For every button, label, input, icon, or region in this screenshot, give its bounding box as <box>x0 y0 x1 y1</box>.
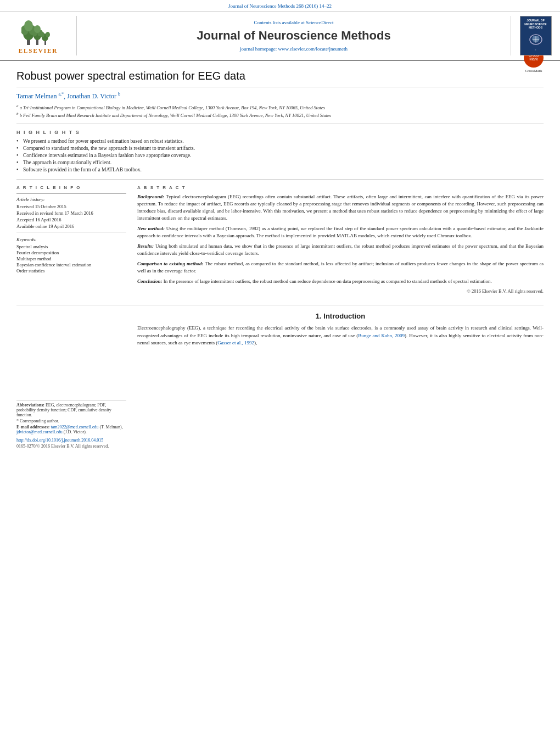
elsevier-logo-section: ELSEVIER <box>5 16 77 55</box>
author-jonathan: Jonathan D. Victor b <box>67 92 120 100</box>
email2-name: (J.D. Victor). <box>64 429 87 434</box>
intro-left-spacer: Abbreviations: EEG, electroencephalogram… <box>16 312 126 449</box>
abstract-new-method: New method: Using the multitaper method … <box>137 225 544 239</box>
email1-link[interactable]: tam2022@med.cornell.edu <box>51 425 99 429</box>
new-method-text: Using the multitaper method (Thomson, 19… <box>137 226 544 238</box>
svg-point-12 <box>40 32 44 37</box>
abstract-conclusion: Conclusion: In the presence of large int… <box>137 278 544 285</box>
journal-cover-image: JOURNAL OF NEUROSCIENCE METHODS ≡ <box>520 16 552 55</box>
intro-link-1[interactable]: Bunge and Kahn, 2009 <box>358 333 405 338</box>
footer-divider <box>16 400 126 400</box>
abstract-results: Results: Using both simulated and human … <box>137 243 544 257</box>
sciencedirect-link[interactable]: ScienceDirect <box>306 20 333 25</box>
affiliation-b: b b Feil Family Brain and Mind Research … <box>16 111 544 118</box>
accepted-date: Accepted 16 April 2016 <box>16 217 126 222</box>
new-method-label: New method: <box>137 226 165 231</box>
keywords-divider <box>16 232 126 232</box>
highlight-item-5: Software is provided in the form of a MA… <box>16 167 544 172</box>
email2-link[interactable]: jdvictor@med.cornell.edu <box>16 429 63 434</box>
conclusion-label: Conclusion: <box>137 278 163 284</box>
svg-point-4 <box>24 20 33 31</box>
main-content: Cross Mark CrossMark Robust power spectr… <box>0 61 560 458</box>
highlight-item-4: The approach is computationally efficien… <box>16 160 544 165</box>
abstract-header: A B S T R A C T <box>137 185 544 190</box>
conclusion-text: In the presence of large intermittent ou… <box>164 278 492 284</box>
cover-title: JOURNAL OF NEUROSCIENCE METHODS <box>524 19 546 30</box>
email1-name: (T. Melman), <box>99 425 122 429</box>
svg-text:Mark: Mark <box>529 57 538 61</box>
abstract-comparison: Comparison to existing method: The robus… <box>137 260 544 275</box>
journal-reference-bar: Journal of Neuroscience Methods 268 (201… <box>0 0 560 12</box>
email-label: E-mail addresses: <box>16 425 50 429</box>
cover-eq-symbol: ≡ <box>535 48 536 51</box>
intro-paragraph: Electroencephalography (EEG), a techniqu… <box>137 325 544 347</box>
email-note: E-mail addresses: tam2022@med.cornell.ed… <box>16 425 126 434</box>
keyword-4: Bayesian confidence interval estimation <box>16 262 126 267</box>
abstract-column: A B S T R A C T Background: Typical elec… <box>137 185 544 294</box>
license-text: 0165-0270/© 2016 Elsevier B.V. All right… <box>16 444 126 449</box>
journal-title-section: Contents lists available at ScienceDirec… <box>82 16 505 55</box>
received-1: Received 15 October 2015 <box>16 204 126 209</box>
highlight-item-1: We present a method for power spectral e… <box>16 138 544 144</box>
abstract-background: Background: Typical electroencephalogram… <box>137 193 544 222</box>
homepage-line: journal homepage: www.elsevier.com/locat… <box>240 46 348 52</box>
intro-section-title: 1. Introduction <box>137 312 544 320</box>
doi-line: http://dx.doi.org/10.1016/j.jneumeth.201… <box>16 438 126 443</box>
intro-two-col: Abbreviations: EEG, electroencephalogram… <box>16 312 544 449</box>
svg-point-9 <box>34 25 41 33</box>
journal-header: ELSEVIER Contents lists available at Sci… <box>0 12 560 61</box>
svg-point-13 <box>46 32 50 37</box>
paper-title: Robust power spectral estimation for EEG… <box>16 70 544 87</box>
keyword-5: Order statistics <box>16 268 126 274</box>
introduction-section: Abbreviations: EEG, electroencephalogram… <box>16 305 544 449</box>
author-tamar: Tamar Melman a,* <box>16 92 64 100</box>
keyword-3: Multitaper method <box>16 256 126 261</box>
background-label: Background: <box>137 194 164 199</box>
sciencedirect-line: Contents lists available at ScienceDirec… <box>254 20 334 25</box>
highlights-list: We present a method for power spectral e… <box>16 138 544 172</box>
elsevier-wordmark: ELSEVIER <box>19 47 58 54</box>
info-divider <box>16 193 126 194</box>
abbrev-label: Abbreviations: <box>16 403 44 408</box>
elsevier-tree-icon <box>21 18 54 46</box>
highlights-header: H I G H L I G H T S <box>16 130 544 135</box>
journal-name: Journal of Neuroscience Methods <box>197 29 390 43</box>
results-text: Using both simulated and human data, we … <box>137 243 544 256</box>
abbreviations-note: Abbreviations: EEG, electroencephalogram… <box>16 403 126 417</box>
available-date: Available online 19 April 2016 <box>16 224 126 229</box>
keywords-label: Keywords: <box>16 237 126 242</box>
highlight-item-2: Compared to standard methods, the new ap… <box>16 146 544 151</box>
intro-text-3: ), <box>254 340 257 345</box>
elsevier-logo: ELSEVIER <box>19 18 58 54</box>
journal-reference-text: Journal of Neuroscience Methods 268 (201… <box>228 3 332 9</box>
divider-1 <box>16 124 544 124</box>
cover-brain-icon <box>528 32 544 47</box>
affiliation-a: a a Tri-Institutional Program in Computa… <box>16 104 544 110</box>
info-abstract-section: A R T I C L E I N F O Article history: R… <box>16 179 544 294</box>
highlight-item-3: Confidence intervals estimated in a Baye… <box>16 153 544 158</box>
intro-link-2[interactable]: Gasser et al., 1992 <box>217 340 254 345</box>
comparison-label: Comparison to existing method: <box>137 261 203 266</box>
results-label: Results: <box>137 243 154 249</box>
copyright-text: © 2016 Elsevier B.V. All rights reserved… <box>137 288 544 294</box>
background-text: Typical electroencephalogram (EEG) recor… <box>137 194 544 221</box>
crossmark-label: CrossMark <box>524 69 544 73</box>
article-info-column: A R T I C L E I N F O Article history: R… <box>16 185 126 294</box>
journal-cover-section: JOURNAL OF NEUROSCIENCE METHODS ≡ <box>511 16 555 55</box>
keyword-1: Spectral analysis <box>16 244 126 249</box>
corresponding-note: * Corresponding author. <box>16 419 126 423</box>
keyword-2: Fourier decomposition <box>16 250 126 255</box>
intro-text-area: 1. Introduction Electroencephalography (… <box>137 312 544 449</box>
doi-link[interactable]: http://dx.doi.org/10.1016/j.jneumeth.201… <box>16 438 103 443</box>
homepage-link[interactable]: www.elsevier.com/locate/jneumeth <box>278 46 348 52</box>
received-2: Received in revised form 17 March 2016 <box>16 210 126 216</box>
history-label: Article history: <box>16 197 126 202</box>
article-info-header: A R T I C L E I N F O <box>16 185 126 190</box>
footer-notes-area: Abbreviations: EEG, electroencephalogram… <box>16 400 126 449</box>
authors-line: Tamar Melman a,*, Jonathan D. Victor b <box>16 92 544 101</box>
